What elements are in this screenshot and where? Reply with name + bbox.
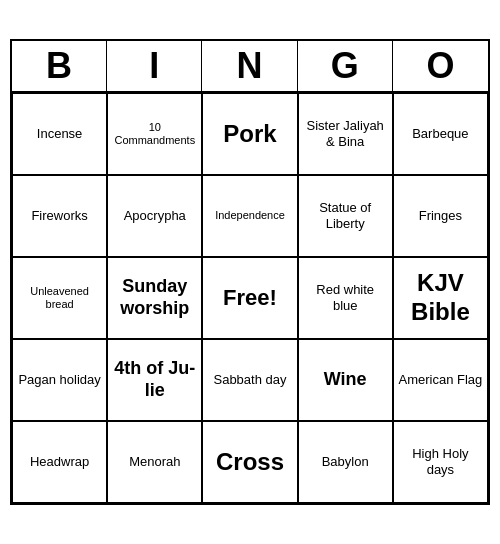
cell-text-23: Babylon <box>322 454 369 470</box>
cell-text-18: Wine <box>324 369 367 391</box>
cell-text-10: Unleavened bread <box>17 285 102 311</box>
cell-text-6: Apocrypha <box>124 208 186 224</box>
cell-text-19: American Flag <box>398 372 482 388</box>
bingo-cell-11: Sunday worship <box>107 257 202 339</box>
bingo-cell-6: Apocrypha <box>107 175 202 257</box>
cell-text-13: Red white blue <box>303 282 388 313</box>
bingo-cell-22: Cross <box>202 421 297 503</box>
bingo-cell-12: Free! <box>202 257 297 339</box>
cell-text-7: Independence <box>215 209 285 222</box>
cell-text-17: Sabbath day <box>213 372 286 388</box>
cell-text-20: Headwrap <box>30 454 89 470</box>
bingo-cell-2: Pork <box>202 93 297 175</box>
bingo-cell-21: Menorah <box>107 421 202 503</box>
header-n: N <box>202 41 297 91</box>
cell-text-8: Statue of Liberty <box>303 200 388 231</box>
cell-text-2: Pork <box>223 120 276 149</box>
header-i: I <box>107 41 202 91</box>
bingo-cell-24: High Holy days <box>393 421 488 503</box>
bingo-header: B I N G O <box>12 41 488 93</box>
bingo-cell-10: Unleavened bread <box>12 257 107 339</box>
cell-text-5: Fireworks <box>31 208 87 224</box>
bingo-cell-18: Wine <box>298 339 393 421</box>
bingo-cell-15: Pagan holiday <box>12 339 107 421</box>
bingo-cell-3: Sister Jaliyah & Bina <box>298 93 393 175</box>
bingo-cell-9: Fringes <box>393 175 488 257</box>
bingo-cell-13: Red white blue <box>298 257 393 339</box>
header-o: O <box>393 41 488 91</box>
cell-text-9: Fringes <box>419 208 462 224</box>
bingo-card: B I N G O Incense10 CommandmentsPorkSist… <box>10 39 490 505</box>
bingo-cell-16: 4th of Ju-lie <box>107 339 202 421</box>
cell-text-1: 10 Commandments <box>114 121 195 147</box>
header-b: B <box>12 41 107 91</box>
bingo-cell-17: Sabbath day <box>202 339 297 421</box>
bingo-grid: Incense10 CommandmentsPorkSister Jaliyah… <box>12 93 488 503</box>
bingo-cell-1: 10 Commandments <box>107 93 202 175</box>
cell-text-15: Pagan holiday <box>18 372 100 388</box>
cell-text-12: Free! <box>223 285 277 311</box>
bingo-cell-8: Statue of Liberty <box>298 175 393 257</box>
cell-text-14: KJV Bible <box>398 269 483 327</box>
bingo-cell-0: Incense <box>12 93 107 175</box>
bingo-cell-7: Independence <box>202 175 297 257</box>
bingo-cell-5: Fireworks <box>12 175 107 257</box>
bingo-cell-20: Headwrap <box>12 421 107 503</box>
cell-text-22: Cross <box>216 448 284 477</box>
cell-text-3: Sister Jaliyah & Bina <box>303 118 388 149</box>
bingo-cell-4: Barbeque <box>393 93 488 175</box>
cell-text-11: Sunday worship <box>112 276 197 319</box>
cell-text-21: Menorah <box>129 454 180 470</box>
cell-text-16: 4th of Ju-lie <box>112 358 197 401</box>
cell-text-4: Barbeque <box>412 126 468 142</box>
bingo-cell-14: KJV Bible <box>393 257 488 339</box>
bingo-cell-23: Babylon <box>298 421 393 503</box>
cell-text-0: Incense <box>37 126 83 142</box>
cell-text-24: High Holy days <box>398 446 483 477</box>
header-g: G <box>298 41 393 91</box>
bingo-cell-19: American Flag <box>393 339 488 421</box>
